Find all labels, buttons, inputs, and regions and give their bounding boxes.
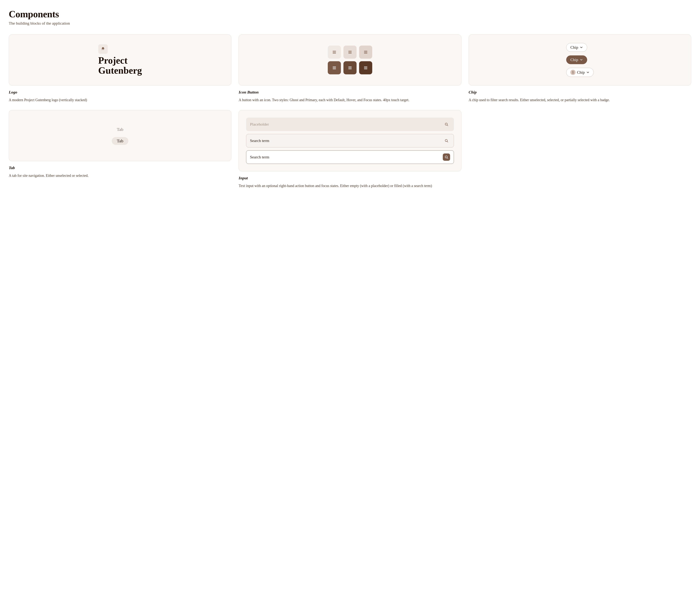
- search-icon: [444, 122, 449, 126]
- logo-card-info: Logo A modern Project Gutenberg logo (ve…: [9, 90, 231, 103]
- search-icon: [444, 139, 449, 143]
- svg-rect-15: [364, 67, 367, 67]
- logo-icon: [98, 44, 108, 54]
- icon-btn-ghost-focus[interactable]: [359, 46, 372, 59]
- icon-btn-grid: [328, 46, 372, 74]
- svg-rect-17: [364, 69, 367, 69]
- svg-rect-3: [348, 51, 352, 51]
- icon-button-card-desc: A button with an icon. Two styles: Ghost…: [239, 97, 461, 103]
- input-component: [246, 118, 454, 164]
- chip-badge-number: 1: [570, 70, 575, 75]
- chip-preview: Chip Chip 1 Chip: [469, 34, 691, 85]
- chip-card-info: Chip A chip used to filter search result…: [469, 90, 691, 103]
- svg-rect-2: [333, 53, 336, 54]
- logo-card-label: Logo: [9, 90, 231, 95]
- tab-card-label: Tab: [9, 166, 231, 170]
- svg-point-19: [445, 140, 447, 142]
- icon-btn-primary-default[interactable]: [328, 61, 341, 74]
- chip-badge-label: Chip: [577, 70, 585, 75]
- svg-rect-5: [348, 53, 352, 54]
- logo-text: ProjectGutenberg: [98, 56, 142, 75]
- components-grid: ProjectGutenberg Logo A modern Project G…: [9, 34, 691, 188]
- tab-unselected[interactable]: Tab: [116, 126, 125, 133]
- chip-badge[interactable]: 1 Chip: [566, 68, 594, 77]
- tab-card-info: Tab A tab for site navigation. Either un…: [9, 166, 231, 178]
- svg-rect-6: [364, 51, 367, 51]
- search-icon: [444, 155, 449, 159]
- list-icon: [347, 65, 353, 70]
- svg-rect-4: [348, 52, 352, 52]
- input-search-btn-filled[interactable]: [443, 137, 450, 144]
- chip-card-label: Chip: [469, 90, 691, 95]
- chip-selected[interactable]: Chip: [566, 55, 587, 64]
- chip-card-desc: A chip used to filter search results. Ei…: [469, 97, 691, 103]
- chevron-down-icon: [586, 71, 590, 74]
- icon-button-card-info: Icon Button A button with an icon. Two s…: [239, 90, 461, 103]
- svg-rect-12: [348, 67, 352, 67]
- svg-rect-11: [333, 69, 336, 69]
- tab-component: Tab Tab: [112, 126, 128, 145]
- input-card-label: Input: [239, 176, 461, 180]
- input-filled-field[interactable]: [250, 139, 441, 143]
- chip-component: Chip Chip 1 Chip: [566, 43, 594, 77]
- logo-component: ProjectGutenberg: [98, 44, 142, 75]
- svg-rect-0: [333, 51, 336, 51]
- input-preview: [239, 110, 461, 171]
- logo-card-desc: A modern Project Gutenberg logo (vertica…: [9, 97, 231, 103]
- svg-point-18: [445, 123, 447, 125]
- svg-rect-13: [348, 68, 352, 68]
- tab-card: Tab Tab Tab A tab for site navigation. E…: [9, 110, 231, 188]
- tab-card-desc: A tab for site navigation. Either unsele…: [9, 173, 231, 178]
- chip-unselected-label: Chip: [570, 45, 578, 50]
- logo-preview: ProjectGutenberg: [9, 34, 231, 85]
- logo-svg: [100, 46, 106, 52]
- list-icon: [332, 65, 337, 70]
- svg-rect-1: [333, 52, 336, 52]
- icon-btn-ghost-default[interactable]: [328, 46, 341, 59]
- tab-preview: Tab Tab: [9, 110, 231, 161]
- svg-rect-16: [364, 68, 367, 68]
- page-title: Components: [9, 9, 691, 20]
- input-empty: [246, 118, 454, 131]
- input-search-btn-empty[interactable]: [443, 121, 450, 128]
- input-focused-field[interactable]: [250, 155, 441, 159]
- chip-selected-label: Chip: [570, 57, 578, 62]
- input-card: Input Text input with an optional right-…: [239, 110, 461, 188]
- chevron-down-icon: [580, 46, 583, 49]
- chip-card: Chip Chip 1 Chip: [469, 34, 691, 103]
- input-empty-field[interactable]: [250, 122, 441, 127]
- input-focused: [246, 150, 454, 164]
- list-icon: [347, 50, 353, 55]
- icon-button-card-label: Icon Button: [239, 90, 461, 95]
- list-icon: [363, 50, 368, 55]
- chevron-down-icon: [580, 58, 583, 61]
- svg-rect-8: [364, 53, 367, 54]
- input-card-info: Input Text input with an optional right-…: [239, 176, 461, 188]
- page-subtitle: The building blocks of the application: [9, 21, 691, 26]
- input-card-desc: Text input with an optional right-hand a…: [239, 183, 461, 188]
- list-icon: [332, 50, 337, 55]
- icon-btn-ghost-hover[interactable]: [344, 46, 356, 59]
- icon-btn-primary-hover[interactable]: [344, 61, 356, 74]
- input-filled: [246, 134, 454, 147]
- svg-rect-10: [333, 68, 336, 68]
- svg-rect-9: [333, 67, 336, 67]
- svg-point-20: [445, 156, 447, 158]
- icon-button-card: Icon Button A button with an icon. Two s…: [239, 34, 461, 103]
- tab-selected[interactable]: Tab: [112, 137, 128, 145]
- icon-button-preview: [239, 34, 461, 85]
- logo-card: ProjectGutenberg Logo A modern Project G…: [9, 34, 231, 103]
- chip-unselected[interactable]: Chip: [566, 43, 587, 52]
- input-search-btn-focused[interactable]: [443, 153, 450, 161]
- svg-rect-7: [364, 52, 367, 52]
- icon-btn-primary-focus[interactable]: [359, 61, 372, 74]
- list-icon: [363, 65, 368, 70]
- svg-rect-14: [348, 69, 352, 69]
